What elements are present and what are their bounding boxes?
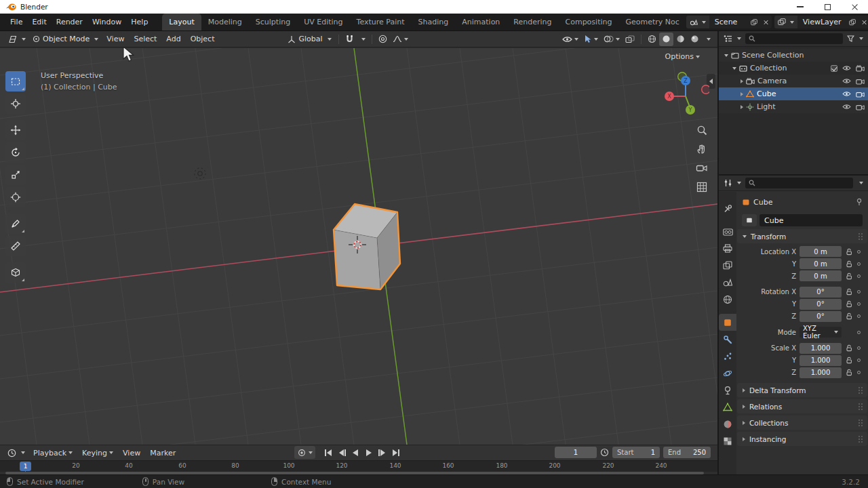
remove-viewlayer-button[interactable] bbox=[859, 16, 868, 28]
menu-keying[interactable]: Keying bbox=[77, 449, 118, 458]
tab-object[interactable] bbox=[719, 314, 736, 331]
hide-eye-toggle[interactable] bbox=[842, 91, 851, 97]
browse-viewlayer-button[interactable] bbox=[774, 16, 797, 28]
navigation-gizmo[interactable]: X Z Y bbox=[662, 71, 709, 119]
workspace-tab-geometry-nodes[interactable]: Geometry Noc bbox=[618, 14, 686, 30]
camera-view-button[interactable] bbox=[696, 162, 708, 174]
options-dropdown[interactable]: Options bbox=[665, 52, 700, 61]
render-visibility-toggle[interactable] bbox=[856, 78, 865, 85]
lock-button[interactable] bbox=[845, 357, 854, 364]
menu-file[interactable]: File bbox=[5, 14, 27, 30]
animate-button[interactable] bbox=[857, 274, 861, 278]
tab-tool[interactable] bbox=[719, 200, 736, 217]
add-viewlayer-button[interactable] bbox=[847, 16, 859, 28]
workspace-tab-animation[interactable]: Animation bbox=[455, 14, 507, 30]
tool-select-box[interactable] bbox=[5, 71, 26, 92]
location-z-field[interactable]: 0 m bbox=[800, 270, 842, 281]
tab-constraints[interactable] bbox=[719, 382, 736, 399]
workspace-tab-compositing[interactable]: Compositing bbox=[559, 14, 619, 30]
tab-output[interactable] bbox=[719, 240, 736, 257]
pin-icon[interactable] bbox=[856, 198, 863, 206]
animate-button[interactable] bbox=[857, 371, 861, 374]
transform-orientation-selector[interactable]: Global bbox=[284, 33, 334, 46]
outliner-filter-button[interactable] bbox=[846, 32, 865, 45]
animate-button[interactable] bbox=[857, 331, 861, 334]
toggle-ortho-button[interactable] bbox=[696, 181, 708, 193]
scale-y-field[interactable]: 1.000 bbox=[800, 355, 842, 366]
expand-icon[interactable] bbox=[741, 92, 743, 96]
properties-options-button[interactable] bbox=[856, 176, 865, 190]
tool-rotate[interactable] bbox=[5, 142, 26, 163]
menu-help[interactable]: Help bbox=[126, 14, 153, 30]
properties-editor-type-button[interactable] bbox=[722, 176, 743, 190]
scale-z-field[interactable]: 1.000 bbox=[800, 367, 842, 378]
tab-texture[interactable] bbox=[719, 432, 736, 449]
menu-add[interactable]: Add bbox=[161, 35, 185, 43]
editor-type-button[interactable] bbox=[4, 33, 29, 46]
proportional-falloff-button[interactable] bbox=[390, 33, 411, 46]
outliner-editor-type-button[interactable] bbox=[722, 32, 743, 45]
scene-name[interactable]: Scene bbox=[709, 16, 749, 28]
outliner-row-scene-collection[interactable]: Scene Collection bbox=[719, 49, 868, 62]
panel-relations[interactable]: Relations bbox=[737, 399, 867, 413]
object-visibility-button[interactable] bbox=[559, 33, 581, 46]
lock-button[interactable] bbox=[845, 300, 854, 308]
tab-scene[interactable] bbox=[719, 274, 736, 291]
lock-button[interactable] bbox=[845, 288, 854, 296]
location-y-field[interactable]: 0 m bbox=[800, 258, 842, 269]
tab-modifiers[interactable] bbox=[719, 331, 736, 348]
pan-hand-button[interactable] bbox=[696, 143, 708, 155]
menu-edit[interactable]: Edit bbox=[27, 14, 51, 30]
viewport-canvas[interactable] bbox=[0, 48, 717, 445]
rotation-y-field[interactable]: 0° bbox=[800, 299, 842, 310]
start-frame-field[interactable]: Start 1 bbox=[612, 447, 660, 458]
location-x-field[interactable]: 0 m bbox=[800, 246, 842, 257]
collection-exclude-checkbox[interactable] bbox=[831, 65, 837, 72]
jump-to-end-button[interactable] bbox=[389, 446, 402, 459]
play-button[interactable] bbox=[362, 446, 375, 459]
rotation-x-field[interactable]: 0° bbox=[800, 287, 842, 298]
animate-button[interactable] bbox=[857, 262, 861, 266]
menu-select[interactable]: Select bbox=[129, 35, 161, 43]
current-frame-field[interactable]: 1 bbox=[555, 447, 597, 458]
hide-eye-toggle[interactable] bbox=[842, 104, 851, 110]
tool-measure[interactable] bbox=[5, 236, 26, 256]
toggle-xray-button[interactable] bbox=[623, 33, 637, 46]
render-visibility-toggle[interactable] bbox=[856, 104, 865, 110]
workspace-tab-uv-editing[interactable]: UV Editing bbox=[297, 14, 349, 30]
outliner-row-collection[interactable]: Collection bbox=[719, 62, 868, 75]
snap-settings-button[interactable] bbox=[357, 33, 368, 46]
end-frame-field[interactable]: End 250 bbox=[663, 447, 711, 458]
lock-button[interactable] bbox=[845, 260, 854, 268]
panel-transform[interactable]: Transform bbox=[737, 229, 867, 243]
animate-button[interactable] bbox=[857, 290, 861, 293]
viewport-3d[interactable]: User Perspective (1) Collection | Cube O… bbox=[0, 48, 717, 445]
shading-material-button[interactable] bbox=[673, 33, 688, 46]
new-scene-button[interactable] bbox=[749, 16, 760, 28]
snap-toggle-button[interactable] bbox=[342, 33, 357, 46]
outliner-row-light[interactable]: Light bbox=[719, 100, 868, 113]
hide-eye-toggle[interactable] bbox=[842, 78, 851, 84]
timeline-editor-type-button[interactable] bbox=[4, 446, 28, 460]
properties-search-input[interactable] bbox=[745, 178, 853, 188]
expand-icon[interactable] bbox=[741, 79, 743, 83]
play-reverse-button[interactable] bbox=[349, 446, 361, 459]
lock-button[interactable] bbox=[845, 312, 854, 320]
animate-button[interactable] bbox=[857, 359, 861, 362]
workspace-tab-modeling[interactable]: Modeling bbox=[201, 14, 249, 30]
tab-render[interactable] bbox=[719, 223, 736, 240]
lock-button[interactable] bbox=[845, 344, 854, 352]
animate-button[interactable] bbox=[857, 314, 861, 318]
expand-icon[interactable] bbox=[732, 67, 736, 70]
timeline-ruler[interactable]: 20 40 60 80 100 120 140 160 180 200 220 … bbox=[0, 460, 717, 472]
workspace-tab-layout[interactable]: Layout bbox=[162, 14, 201, 30]
hide-eye-toggle[interactable] bbox=[842, 65, 851, 71]
menu-render[interactable]: Render bbox=[52, 14, 87, 30]
outliner-row-cube[interactable]: Cube bbox=[719, 87, 868, 100]
show-gizmo-button[interactable] bbox=[581, 33, 601, 46]
tool-add-cube[interactable] bbox=[5, 262, 26, 283]
mode-selector[interactable]: Object Mode bbox=[29, 33, 102, 46]
outliner-search-input[interactable] bbox=[745, 33, 843, 44]
shading-solid-button[interactable] bbox=[659, 33, 673, 46]
lock-button[interactable] bbox=[845, 369, 854, 376]
